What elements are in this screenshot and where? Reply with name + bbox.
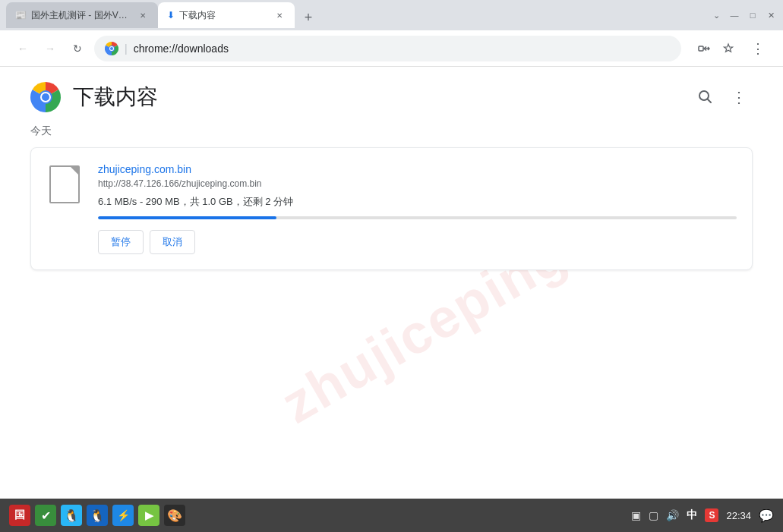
forward-button[interactable]: → bbox=[39, 38, 61, 59]
url-divider: | bbox=[125, 42, 128, 55]
window-maximize-button[interactable]: □ bbox=[747, 9, 759, 21]
qq2-icon: 🐧 bbox=[90, 508, 105, 523]
download-actions: 暂停 取消 bbox=[98, 230, 737, 254]
taskbar-bluetooth-icon[interactable]: ⚡ bbox=[112, 505, 134, 526]
check-icon: ✔ bbox=[41, 508, 51, 523]
taskbar-qq2-icon[interactable]: 🐧 bbox=[87, 505, 108, 526]
svg-point-10 bbox=[699, 91, 709, 100]
page-actions: ⋮ bbox=[692, 83, 753, 111]
taskbar-sogou-icon[interactable]: S bbox=[705, 508, 718, 522]
file-icon-area bbox=[46, 163, 83, 206]
page-title: 下载内容 bbox=[73, 83, 158, 112]
downloads-menu-button[interactable]: ⋮ bbox=[725, 83, 753, 111]
taskbar-check-icon[interactable]: ✔ bbox=[35, 505, 56, 526]
progress-bar-container bbox=[98, 216, 737, 219]
taskbar-notification-icon[interactable]: 💬 bbox=[759, 508, 774, 523]
tab-active-label: 下载内容 bbox=[179, 9, 269, 22]
tab-inactive[interactable]: 📰 国外主机测评 - 国外VPS... ✕ bbox=[6, 2, 158, 28]
titlebar: 📰 国外主机测评 - 国外VPS... ✕ ⬇ 下载内容 ✕ + ⌄ — □ ✕ bbox=[0, 0, 783, 30]
browser-menu-button[interactable]: ⋮ bbox=[745, 37, 771, 60]
qq1-icon: 🐧 bbox=[64, 508, 79, 523]
tab-inactive-close[interactable]: ✕ bbox=[137, 9, 149, 21]
tab-active-favicon: ⬇ bbox=[167, 10, 175, 20]
tab-active[interactable]: ⬇ 下载内容 ✕ bbox=[158, 2, 295, 28]
back-button[interactable]: ← bbox=[12, 38, 33, 59]
chrome-logo-large-icon bbox=[30, 82, 61, 112]
download-filename[interactable]: zhujiceping.com.bin bbox=[98, 163, 737, 175]
taskbar-monitor-icon[interactable]: ▣ bbox=[631, 509, 641, 521]
page-title-area: 下载内容 bbox=[30, 82, 158, 112]
taskbar-time: 22:34 bbox=[726, 510, 751, 521]
progress-bar-fill bbox=[98, 216, 276, 219]
svg-point-4 bbox=[110, 47, 113, 50]
app-icon-label: 国 bbox=[14, 508, 25, 522]
download-card: zhujiceping.com.bin http://38.47.126.166… bbox=[30, 147, 753, 270]
taskbar-monitor2-icon[interactable]: ▢ bbox=[649, 509, 658, 521]
url-bar[interactable]: | chrome://downloads bbox=[94, 36, 681, 61]
svg-point-9 bbox=[42, 93, 49, 101]
taskbar-system-tray: ▣ ▢ 🔊 中 S 22:34 💬 bbox=[631, 508, 774, 523]
new-tab-button[interactable]: + bbox=[298, 7, 319, 28]
page-content: zhujiceping.com 下载内容 bbox=[0, 67, 783, 499]
tab-inactive-favicon: 📰 bbox=[15, 10, 27, 20]
chrome-logo-icon bbox=[105, 42, 118, 55]
file-icon bbox=[49, 165, 80, 203]
window-close-button[interactable]: ✕ bbox=[765, 9, 777, 21]
bookmark-button[interactable] bbox=[718, 38, 739, 59]
download-url: http://38.47.126.166/zhujiceping.com.bin bbox=[98, 178, 737, 189]
taskbar: 国 ✔ 🐧 🐧 ⚡ ▶ 🎨 ▣ ▢ 🔊 中 S 22:34 💬 bbox=[0, 499, 783, 532]
tabs-row: 📰 国外主机测评 - 国外VPS... ✕ ⬇ 下载内容 ✕ + bbox=[6, 2, 710, 28]
window-controls: ⌄ — □ ✕ bbox=[710, 9, 777, 21]
refresh-button[interactable]: ↻ bbox=[67, 38, 88, 59]
svg-rect-5 bbox=[699, 46, 703, 51]
taskbar-color-icon[interactable]: 🎨 bbox=[164, 505, 185, 526]
bluetooth-icon: ⚡ bbox=[117, 509, 130, 521]
tab-active-close[interactable]: ✕ bbox=[273, 9, 286, 21]
pause-button[interactable]: 暂停 bbox=[98, 230, 144, 254]
taskbar-app-icon[interactable]: 国 bbox=[9, 505, 30, 526]
taskbar-qq1-icon[interactable]: 🐧 bbox=[61, 505, 82, 526]
download-status: 6.1 MB/s - 290 MB，共 1.0 GB，还剩 2 分钟 bbox=[98, 195, 737, 209]
download-info: zhujiceping.com.bin http://38.47.126.166… bbox=[98, 163, 737, 254]
cancel-button[interactable]: 取消 bbox=[150, 230, 195, 254]
page-header: 下载内容 ⋮ bbox=[30, 67, 753, 124]
search-icon bbox=[698, 90, 713, 105]
star-icon bbox=[722, 42, 734, 55]
share-icon bbox=[698, 42, 710, 55]
nvidia-icon: ▶ bbox=[145, 509, 153, 521]
section-label-today: 今天 bbox=[30, 124, 753, 138]
window-dropdown-button[interactable]: ⌄ bbox=[710, 9, 722, 21]
addressbar: ← → ↻ | chrome://downloads bbox=[0, 30, 783, 67]
search-downloads-button[interactable] bbox=[692, 83, 719, 111]
dots-icon: ⋮ bbox=[731, 88, 747, 106]
taskbar-volume-icon[interactable]: 🔊 bbox=[666, 509, 679, 521]
url-text: chrome://downloads bbox=[134, 42, 671, 55]
color-wheel-icon: 🎨 bbox=[167, 508, 182, 523]
window-minimize-button[interactable]: — bbox=[728, 9, 740, 21]
url-actions bbox=[693, 38, 739, 59]
share-button[interactable] bbox=[693, 38, 715, 59]
taskbar-ime-icon[interactable]: 中 bbox=[687, 508, 697, 522]
taskbar-nvidia-icon[interactable]: ▶ bbox=[138, 505, 159, 526]
tab-inactive-label: 国外主机测评 - 国外VPS... bbox=[31, 9, 132, 22]
